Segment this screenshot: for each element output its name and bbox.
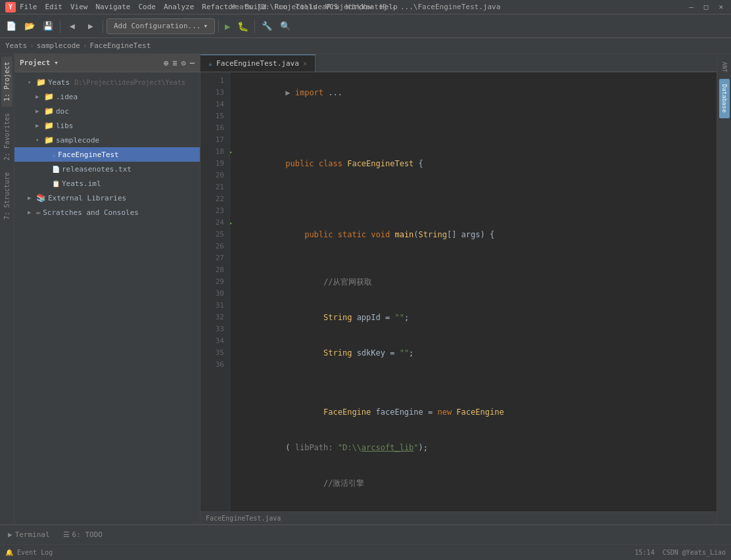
folder-icon: 📁 — [44, 92, 54, 101]
tree-label-releasenotes: releasenotes.txt — [62, 165, 131, 174]
code-line-25b: ( libPath: "D:\\arcsoft_lib"); — [238, 430, 709, 465]
code-container[interactable]: 1 13 14 15 16 17 18 19 20 21 22 23 24 25… — [200, 72, 717, 511]
close-button[interactable]: ✕ — [716, 3, 726, 11]
tree-label-yeats: Yeats — [48, 78, 70, 87]
code-editor[interactable]: ▶ import ... ▶ public class FaceEngineTe… — [230, 72, 717, 511]
code-line-16 — [238, 181, 709, 193]
tree-item-samplecode[interactable]: ▾ 📁 samplecode — [14, 133, 200, 147]
project-tree: ▾ 📁 Yeats D:\Project\ideaProject\Yeats ▶… — [14, 72, 200, 525]
tree-label-idea: .idea — [56, 93, 78, 101]
chevron-right-icon: ▶ — [35, 122, 42, 129]
status-bar-right: 15:14 CSDN @Yeats_Liao — [635, 549, 726, 556]
tree-path-yeats: D:\Project\ideaProject\Yeats — [74, 79, 185, 86]
folder-icon: 📁 — [44, 121, 54, 130]
chevron-right-icon: ▶ — [28, 209, 34, 216]
project-panel: Project ▾ ⊕ ≡ ⚙ — ▾ 📁 Yeats D:\Project\i… — [14, 54, 200, 525]
project-header: Project ▾ ⊕ ≡ ⚙ — — [14, 54, 200, 72]
search-everywhere-button[interactable]: 🔍 — [277, 18, 294, 35]
code-line-18: ▶ public static void main(String[] args)… — [238, 205, 709, 252]
settings-icon[interactable]: ⚙ — [181, 58, 186, 68]
ant-tab[interactable]: ANT — [719, 57, 730, 78]
tree-label-external-libraries: External Libraries — [48, 194, 126, 202]
iml-file-icon: 📋 — [52, 180, 60, 187]
breadcrumb-file[interactable]: FaceEngineTest — [90, 41, 151, 50]
window-title: Yeats [D:\Project\ideaProject\Yeats] - .… — [231, 3, 501, 11]
tree-item-libs[interactable]: ▶ 📁 libs — [14, 118, 200, 133]
tree-item-yeats[interactable]: ▾ 📁 Yeats D:\Project\ideaProject\Yeats — [14, 75, 200, 89]
code-line-24 — [238, 383, 709, 394]
code-line-22: String sdkKey = ""; — [238, 335, 709, 371]
right-sidebar: ANT Database — [717, 54, 731, 525]
project-tab[interactable]: 1: Project — [1, 57, 12, 106]
menu-item-view[interactable]: View — [70, 3, 88, 11]
terminal-icon: ▶ — [8, 530, 12, 539]
save-button[interactable]: 💾 — [39, 18, 57, 35]
java-tab-icon: ☕ — [208, 60, 212, 67]
chevron-down-icon: ▾ — [35, 137, 42, 143]
code-line-20: //从官网获取 — [238, 264, 709, 300]
favorites-tab[interactable]: 2: Favorites — [1, 108, 12, 166]
tree-item-releasenotes[interactable]: 📄 releasenotes.txt — [14, 162, 200, 176]
java-file-icon: ☕ — [52, 151, 56, 158]
title-bar: Y FileEditViewNavigateCodeAnalyzeRefacto… — [0, 0, 731, 14]
locate-button[interactable]: ⊕ — [164, 58, 168, 68]
database-tab[interactable]: Database — [719, 79, 730, 118]
breadcrumb-sep-1: › — [30, 41, 34, 50]
editor-bottom-label: FaceEngineTest.java — [200, 511, 717, 525]
close-panel-button[interactable]: — — [190, 58, 195, 68]
tree-item-scratches[interactable]: ▶ ✏️ Scratches and Consoles — [14, 205, 200, 220]
folder-icon: 📁 — [36, 78, 46, 87]
maximize-button[interactable]: □ — [701, 3, 711, 11]
tree-label-doc: doc — [56, 107, 69, 116]
code-line-14 — [238, 122, 709, 134]
editor-tab-faceenginetest[interactable]: ☕ FaceEngineTest.java ✕ — [200, 55, 316, 72]
todo-tab[interactable]: ☰ 6: TODO — [59, 529, 106, 540]
project-dropdown-icon[interactable]: ▾ — [54, 58, 59, 67]
tree-item-faceenginetest[interactable]: ☕ FaceEngineTest — [14, 147, 200, 162]
code-line-27: int errorCode = faceEngine.activeOnline(… — [238, 501, 709, 511]
breadcrumb-samplecode[interactable]: samplecode — [37, 41, 80, 50]
settings-button[interactable]: 🔧 — [258, 18, 275, 35]
menu-item-navigate[interactable]: Navigate — [96, 3, 131, 11]
folder-icon: 📁 — [44, 135, 54, 145]
status-user: CSDN @Yeats_Liao — [663, 549, 726, 556]
project-label: Project — [20, 58, 50, 67]
file-name-label: FaceEngineTest.java — [206, 515, 281, 522]
tab-close-button[interactable]: ✕ — [303, 60, 307, 67]
add-configuration-button[interactable]: Add Configuration... ▾ — [106, 18, 215, 34]
event-log-button[interactable]: 🔔 Event Log — [5, 549, 53, 556]
back-button[interactable]: ◀ — [64, 18, 81, 35]
breadcrumb-yeats[interactable]: Yeats — [5, 41, 27, 50]
tree-item-idea[interactable]: ▶ 📁 .idea — [14, 89, 200, 104]
status-time: 15:14 — [635, 549, 655, 556]
editor-area: ☕ FaceEngineTest.java ✕ 1 13 14 15 16 17… — [200, 54, 717, 525]
menu-item-edit[interactable]: Edit — [45, 3, 63, 11]
menu-item-code[interactable]: Code — [138, 3, 156, 11]
external-libs-icon: 📚 — [36, 193, 46, 202]
forward-button[interactable]: ▶ — [82, 18, 99, 35]
tree-item-doc[interactable]: ▶ 📁 doc — [14, 104, 200, 118]
terminal-label: Terminal — [15, 530, 50, 539]
scratches-icon: ✏️ — [36, 208, 41, 217]
minimize-button[interactable]: — — [686, 3, 696, 11]
new-file-button[interactable]: 📄 — [3, 18, 20, 35]
window-controls[interactable]: — □ ✕ — [686, 3, 726, 11]
debug-button[interactable]: 🐛 — [235, 20, 251, 33]
status-bar: 🔔 Event Log 15:14 CSDN @Yeats_Liao — [0, 544, 731, 560]
toolbar-separator-1 — [60, 20, 60, 33]
terminal-tab[interactable]: ▶ Terminal — [4, 529, 54, 540]
run-button[interactable]: ▶ — [222, 20, 233, 33]
menu-item-file[interactable]: File — [20, 3, 37, 11]
menu-item-analyze[interactable]: Analyze — [164, 3, 194, 11]
collapse-all-button[interactable]: ≡ — [172, 58, 177, 68]
todo-icon: ☰ — [63, 530, 70, 539]
open-button[interactable]: 📂 — [21, 18, 38, 35]
code-line-23 — [238, 371, 709, 383]
structure-tab[interactable]: 7: Structure — [1, 167, 12, 225]
tree-item-yeats-iml[interactable]: 📋 Yeats.iml — [14, 176, 200, 191]
dropdown-icon: ▾ — [203, 22, 208, 30]
tree-item-external-libraries[interactable]: ▶ 📚 External Libraries — [14, 191, 200, 205]
add-config-label: Add Configuration... — [114, 22, 200, 30]
code-line-21: String appId = ""; — [238, 300, 709, 335]
code-line-19 — [238, 252, 709, 264]
